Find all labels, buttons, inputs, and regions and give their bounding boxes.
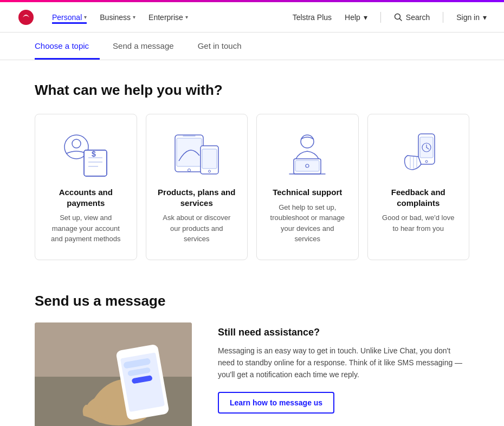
card-feedback[interactable]: Feedback and complaints Good or bad, we'… bbox=[367, 114, 470, 260]
sign-in-button[interactable]: Sign in ▾ bbox=[456, 13, 487, 22]
message-text-content: Still need assistance? Messaging is an e… bbox=[218, 322, 469, 414]
svg-point-4 bbox=[72, 139, 81, 148]
nav-divider bbox=[380, 12, 381, 23]
main-content: What can we help you with? $ bbox=[0, 60, 504, 426]
top-nav: Personal ▾ Business ▾ Enterprise ▾ Telst… bbox=[0, 2, 504, 33]
sub-nav: Choose a topic Send a message Get in tou… bbox=[0, 33, 504, 60]
nav-right: Telstra Plus Help ▾ Search Sign in ▾ bbox=[293, 12, 487, 23]
card-accounts-title: Accounts and payments bbox=[46, 187, 126, 208]
card-products-desc: Ask about or discover our products and s… bbox=[157, 212, 237, 244]
message-section-content: Still need assistance? Messaging is an e… bbox=[35, 322, 469, 427]
card-accounts[interactable]: $ Accounts and payments Set up, view and… bbox=[35, 114, 137, 260]
svg-rect-20 bbox=[295, 160, 319, 171]
card-feedback-desc: Good or bad, we'd love to hear from you bbox=[379, 212, 458, 234]
assistance-body: Messaging is an easy way to get in touch… bbox=[218, 345, 469, 381]
svg-point-0 bbox=[18, 10, 34, 25]
telstra-logo[interactable] bbox=[17, 9, 35, 26]
search-icon bbox=[394, 13, 403, 22]
card-feedback-title: Feedback and complaints bbox=[379, 187, 458, 208]
learn-message-button[interactable]: Learn how to message us bbox=[218, 392, 334, 414]
message-section-title: Send us a message bbox=[35, 293, 469, 309]
nav-left: Personal ▾ Business ▾ Enterprise ▾ bbox=[17, 9, 188, 26]
card-products-title: Products, plans and services bbox=[157, 187, 237, 208]
svg-rect-12 bbox=[177, 138, 202, 166]
enterprise-chevron-icon: ▾ bbox=[185, 14, 188, 20]
help-chevron-icon: ▾ bbox=[364, 13, 367, 22]
svg-rect-16 bbox=[202, 149, 217, 169]
technical-icon bbox=[280, 130, 334, 178]
products-icon bbox=[170, 130, 224, 178]
accounts-icon: $ bbox=[59, 130, 113, 178]
search-button[interactable]: Search bbox=[394, 13, 430, 22]
svg-line-2 bbox=[399, 18, 402, 21]
tab-get-in-touch[interactable]: Get in touch bbox=[198, 33, 253, 60]
telstra-plus-link[interactable]: Telstra Plus bbox=[293, 13, 332, 22]
nav-enterprise[interactable]: Enterprise ▾ bbox=[148, 11, 188, 24]
help-section-title: What can we help you with? bbox=[35, 82, 469, 99]
card-technical-desc: Get help to set up, troubleshoot or mana… bbox=[268, 202, 347, 244]
card-accounts-desc: Set up, view and manage your account and… bbox=[46, 212, 126, 244]
tab-choose-topic[interactable]: Choose a topic bbox=[35, 33, 100, 60]
signin-chevron-icon: ▾ bbox=[483, 13, 487, 22]
feedback-icon bbox=[391, 130, 445, 178]
card-technical[interactable]: Technical support Get help to set up, tr… bbox=[256, 114, 359, 260]
message-image bbox=[35, 322, 192, 427]
card-products[interactable]: Products, plans and services Ask about o… bbox=[146, 114, 248, 260]
assistance-title: Still need assistance? bbox=[218, 327, 469, 338]
cards-grid: $ Accounts and payments Set up, view and… bbox=[35, 114, 469, 260]
nav-business[interactable]: Business ▾ bbox=[100, 11, 135, 24]
help-dropdown[interactable]: Help ▾ bbox=[345, 13, 367, 22]
svg-text:$: $ bbox=[92, 150, 96, 158]
card-technical-title: Technical support bbox=[273, 187, 342, 198]
tab-send-message[interactable]: Send a message bbox=[113, 33, 185, 60]
nav-divider-2 bbox=[443, 12, 443, 23]
business-chevron-icon: ▾ bbox=[133, 14, 135, 20]
nav-personal[interactable]: Personal ▾ bbox=[52, 11, 87, 24]
personal-chevron-icon: ▾ bbox=[84, 14, 87, 20]
